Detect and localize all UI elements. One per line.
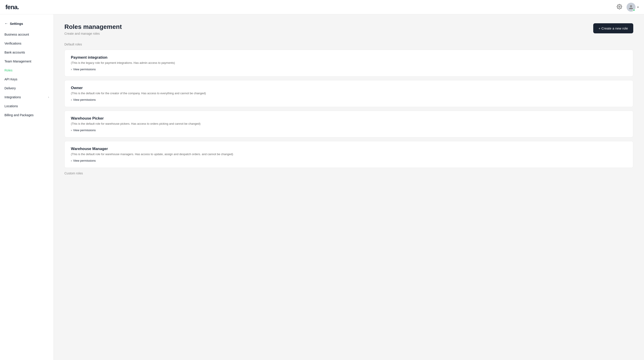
layout: ← Settings Business accountVerifications… — [0, 14, 644, 360]
gear-icon[interactable] — [617, 4, 623, 10]
default-roles-label: Default roles — [64, 43, 633, 46]
sidebar-item-integrations[interactable]: Integrations› — [0, 93, 54, 102]
topbar: fena. ▾ — [0, 0, 644, 14]
sidebar-item-delivery[interactable]: Delivery — [0, 84, 54, 93]
view-permissions-label-warehouse-manager: View permissions — [73, 159, 96, 162]
role-card-warehouse-manager: Warehouse Manager(This is the default ro… — [64, 141, 633, 168]
sidebar-item-billing-and-packages[interactable]: Billing and Packages — [0, 111, 54, 120]
avatar-chevron-icon[interactable]: ▾ — [637, 6, 639, 9]
view-permissions-button-payment-integration[interactable]: ›View permissions — [71, 68, 96, 71]
view-permissions-label-warehouse-picker: View permissions — [73, 128, 96, 132]
sidebar-item-label-business-account: Business account — [4, 33, 29, 36]
online-indicator — [633, 9, 635, 11]
sidebar-item-label-bank-accounts: Bank accounts — [4, 51, 25, 54]
view-permissions-button-warehouse-picker[interactable]: ›View permissions — [71, 128, 96, 132]
view-permissions-chevron-icon-warehouse-manager: › — [71, 159, 72, 162]
avatar[interactable] — [626, 3, 636, 12]
roles-list: Payment integration(This is the legacy r… — [64, 50, 633, 168]
sidebar-back-label: Settings — [10, 22, 23, 26]
sidebar-chevron-icon-integrations: › — [48, 96, 49, 99]
sidebar-item-api-keys[interactable]: API Keys — [0, 75, 54, 84]
sidebar-item-business-account[interactable]: Business account — [0, 30, 54, 39]
view-permissions-chevron-icon-payment-integration: › — [71, 68, 72, 71]
role-name-warehouse-picker: Warehouse Picker — [71, 116, 627, 121]
svg-point-0 — [619, 6, 620, 8]
sidebar-item-team-management[interactable]: Team Management — [0, 57, 54, 66]
role-desc-warehouse-manager: (This is the default role for warehouse … — [71, 152, 627, 156]
role-name-payment-integration: Payment integration — [71, 55, 627, 60]
role-desc-payment-integration: (This is the legacy role for payment int… — [71, 61, 627, 65]
role-name-warehouse-manager: Warehouse Manager — [71, 147, 627, 151]
sidebar-item-label-roles: Roles — [4, 69, 12, 72]
page-header: Roles management Create and manage roles… — [64, 23, 633, 35]
role-desc-warehouse-picker: (This is the default role for warehouse … — [71, 122, 627, 125]
sidebar-item-label-integrations: Integrations — [4, 95, 21, 99]
view-permissions-button-warehouse-manager[interactable]: ›View permissions — [71, 159, 96, 162]
page-subtitle: Create and manage roles — [64, 32, 122, 35]
view-permissions-button-owner[interactable]: ›View permissions — [71, 98, 96, 101]
sidebar-item-roles[interactable]: Roles — [0, 66, 54, 75]
back-arrow-icon: ← — [4, 22, 8, 26]
view-permissions-label-owner: View permissions — [73, 98, 96, 101]
sidebar-item-label-billing-and-packages: Billing and Packages — [4, 113, 34, 117]
page-header-text: Roles management Create and manage roles — [64, 23, 122, 35]
sidebar-item-locations[interactable]: Locations — [0, 102, 54, 111]
sidebar-back-button[interactable]: ← Settings — [0, 20, 54, 30]
main-content: Roles management Create and manage roles… — [54, 14, 644, 360]
view-permissions-chevron-icon-owner: › — [71, 98, 72, 101]
view-permissions-chevron-icon-warehouse-picker: › — [71, 129, 72, 132]
sidebar-item-label-verifications: Verifications — [4, 42, 21, 45]
sidebar: ← Settings Business accountVerifications… — [0, 14, 54, 360]
topbar-right: ▾ — [617, 3, 639, 12]
sidebar-item-label-api-keys: API Keys — [4, 77, 18, 81]
role-name-owner: Owner — [71, 86, 627, 90]
role-card-warehouse-picker: Warehouse Picker(This is the default rol… — [64, 111, 633, 137]
role-card-owner: Owner(This is the default role for the c… — [64, 80, 633, 107]
create-role-button[interactable]: + Create a new role — [593, 23, 633, 33]
sidebar-item-label-delivery: Delivery — [4, 86, 16, 90]
page-title: Roles management — [64, 23, 122, 31]
role-desc-owner: (This is the default role for the creato… — [71, 92, 627, 95]
view-permissions-label-payment-integration: View permissions — [73, 68, 96, 71]
sidebar-item-label-locations: Locations — [4, 104, 18, 108]
custom-roles-label: Custom roles — [64, 171, 633, 175]
sidebar-item-verifications[interactable]: Verifications — [0, 39, 54, 48]
sidebar-item-bank-accounts[interactable]: Bank accounts — [0, 48, 54, 57]
role-card-payment-integration: Payment integration(This is the legacy r… — [64, 50, 633, 77]
logo: fena. — [5, 4, 19, 11]
sidebar-item-label-team-management: Team Management — [4, 60, 31, 63]
sidebar-nav: Business accountVerificationsBank accoun… — [0, 30, 54, 120]
